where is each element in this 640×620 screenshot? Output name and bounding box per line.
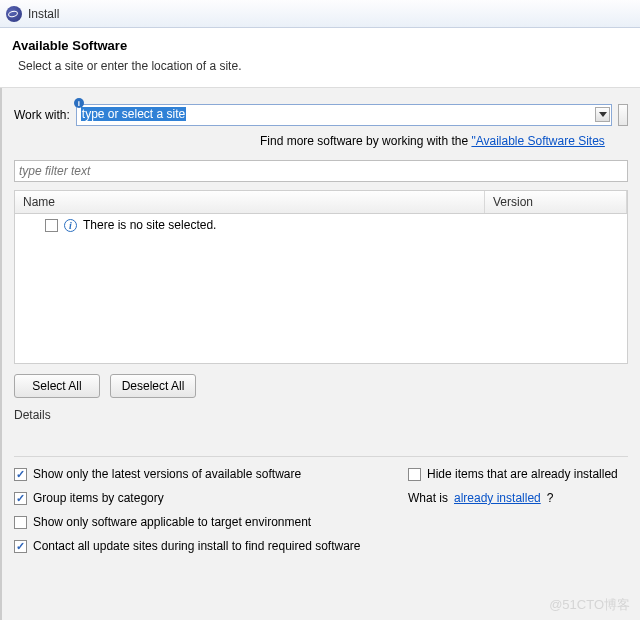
- info-icon: i: [64, 219, 77, 232]
- checkbox-contact[interactable]: [14, 540, 27, 553]
- install-options: Show only the latest versions of availab…: [14, 467, 628, 553]
- find-more-prefix: Find more software by working with the: [260, 134, 471, 148]
- label-contact: Contact all update sites during install …: [33, 539, 361, 553]
- work-with-row: Work with: i type or select a site: [14, 104, 628, 126]
- select-all-button[interactable]: Select All: [14, 374, 100, 398]
- dialog-body: Work with: i type or select a site Find …: [0, 88, 640, 620]
- tree-header: Name Version: [14, 190, 628, 214]
- option-latest[interactable]: Show only the latest versions of availab…: [14, 467, 400, 481]
- tree-row: i There is no site selected.: [15, 214, 627, 236]
- filter-input[interactable]: [14, 160, 628, 182]
- details-label: Details: [14, 408, 628, 422]
- chevron-down-icon[interactable]: [595, 107, 610, 122]
- label-group: Group items by category: [33, 491, 164, 505]
- option-contact[interactable]: Contact all update sites during install …: [14, 539, 628, 553]
- dialog-header: Available Software Select a site or ente…: [0, 28, 640, 88]
- deselect-all-button[interactable]: Deselect All: [110, 374, 196, 398]
- window-title: Install: [28, 7, 59, 21]
- whatis-prefix: What is: [408, 491, 448, 505]
- checkbox-applicable[interactable]: [14, 516, 27, 529]
- what-is-line: What is already installed?: [408, 491, 628, 505]
- option-group[interactable]: Group items by category: [14, 491, 400, 505]
- add-site-button[interactable]: [618, 104, 628, 126]
- option-applicable[interactable]: Show only software applicable to target …: [14, 515, 628, 529]
- work-with-input[interactable]: type or select a site: [76, 104, 612, 126]
- row-checkbox[interactable]: [45, 219, 58, 232]
- tree-empty-text: There is no site selected.: [83, 218, 216, 232]
- label-applicable: Show only software applicable to target …: [33, 515, 311, 529]
- checkbox-group[interactable]: [14, 492, 27, 505]
- work-with-placeholder: type or select a site: [81, 107, 186, 121]
- divider: [14, 456, 628, 457]
- software-tree[interactable]: i There is no site selected.: [14, 214, 628, 364]
- work-with-combo[interactable]: i type or select a site: [76, 104, 612, 126]
- page-title: Available Software: [12, 38, 628, 53]
- checkbox-hide[interactable]: [408, 468, 421, 481]
- whatis-suffix: ?: [547, 491, 554, 505]
- available-sites-link[interactable]: "Available Software Sites: [471, 134, 604, 148]
- label-hide: Hide items that are already installed: [427, 467, 618, 481]
- work-with-label: Work with:: [14, 108, 70, 122]
- eclipse-icon: [6, 6, 22, 22]
- label-latest: Show only the latest versions of availab…: [33, 467, 301, 481]
- selection-buttons: Select All Deselect All: [14, 374, 628, 398]
- window-titlebar: Install: [0, 0, 640, 28]
- page-subtitle: Select a site or enter the location of a…: [18, 59, 628, 73]
- column-name[interactable]: Name: [15, 191, 485, 213]
- already-installed-link[interactable]: already installed: [454, 491, 541, 505]
- checkbox-latest[interactable]: [14, 468, 27, 481]
- column-version[interactable]: Version: [485, 191, 627, 213]
- info-decorator-icon: i: [74, 98, 84, 108]
- option-hide[interactable]: Hide items that are already installed: [408, 467, 628, 481]
- find-more-line: Find more software by working with the "…: [260, 130, 628, 160]
